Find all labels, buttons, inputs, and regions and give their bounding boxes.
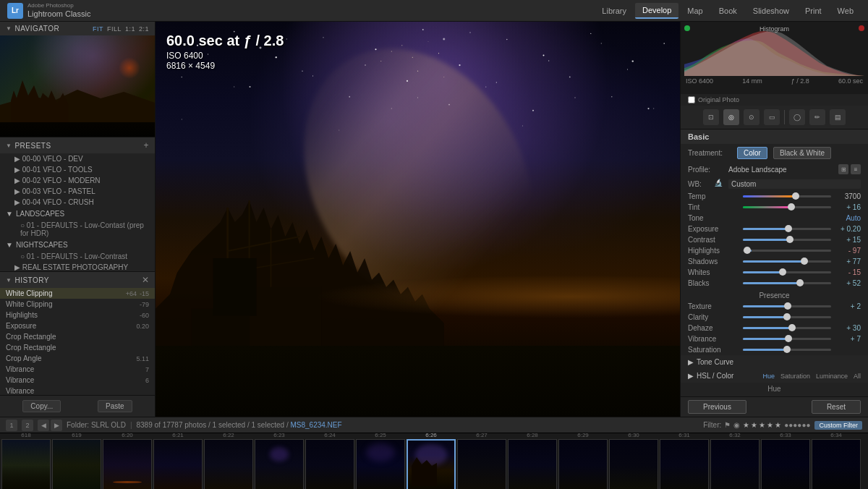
presets-item-0[interactable]: ▶ 00-00 VFLO - DEV [0,153,155,164]
film-thumb-623[interactable] [255,439,304,489]
contrast-thumb[interactable] [786,236,793,243]
nav-print[interactable]: Print [798,4,829,18]
film-thumb-632[interactable] [710,439,760,489]
history-item-7[interactable]: Vibrance 7 [0,364,155,375]
saturation-thumb[interactable] [783,346,791,353]
film-thumb-622[interactable] [204,439,253,489]
presets-sub-landscapes-0[interactable]: ○ 01 - DEFAULTS - Low-Contast (prep for … [0,220,155,239]
navigator-header[interactable]: ▼ Navigator FIT FILL 1:1 2:1 [0,22,155,35]
profile-menu-icon[interactable]: ≡ [851,164,861,174]
dehaze-thumb[interactable] [788,324,796,331]
presets-item-1[interactable]: ▶ 00-01 VFLO - TOOLS [0,164,155,175]
clarity-slider[interactable] [743,316,831,318]
wb-eyedropper-icon[interactable]: 🔬 [714,179,724,189]
contrast-slider[interactable] [743,239,831,241]
presets-item-2[interactable]: ▶ 00-02 VFLO - MODERN [0,175,155,186]
page-1-btn[interactable]: 1 [6,420,17,431]
whites-thumb[interactable] [779,268,786,276]
highlights-slider[interactable] [743,250,831,252]
hsl-tab-saturation[interactable]: Saturation [780,373,810,380]
zoom-fill[interactable]: FILL [107,25,122,33]
tint-slider[interactable] [743,206,831,208]
film-thumb-633[interactable] [761,439,810,489]
wb-value[interactable]: Custom [728,179,861,189]
tool-graduated[interactable]: ▭ [764,109,780,125]
history-item-6[interactable]: Crop Angle 5.11 [0,353,155,364]
vibrance-thumb[interactable] [785,335,792,342]
presets-header[interactable]: ▼ Presets + [0,137,155,153]
treatment-bw-btn[interactable]: Black & White [773,147,831,159]
filename-link[interactable]: MS8_6234.NEF [290,421,341,429]
temp-thumb[interactable] [792,192,799,200]
zoom-2-1[interactable]: 2:1 [139,25,149,33]
whites-slider[interactable] [743,271,831,273]
film-thumb-629[interactable] [558,439,608,489]
tool-adjustment[interactable]: ✏ [809,109,825,125]
exposure-slider[interactable] [743,228,831,230]
nav-library[interactable]: Library [595,4,634,18]
shadows-slider[interactable] [743,260,831,263]
reset-button[interactable]: Reset [812,400,861,414]
history-item-9[interactable]: Vibrance [0,386,155,395]
tool-spot[interactable]: ◎ [723,109,739,125]
film-thumb-624[interactable] [305,439,354,489]
star-4[interactable]: ★ [767,421,773,429]
vibrance-slider[interactable] [743,338,831,340]
tool-radial[interactable]: ◯ [789,109,805,125]
zoom-fit[interactable]: FIT [93,25,103,33]
dehaze-slider[interactable] [743,327,831,329]
temp-slider[interactable] [743,195,831,197]
paste-button[interactable]: Paste [98,400,132,412]
tint-thumb[interactable] [788,203,795,211]
film-thumb-626[interactable] [407,439,456,489]
star-2[interactable]: ★ [751,421,757,429]
blacks-slider[interactable] [743,282,831,284]
film-thumb-618[interactable] [1,439,51,489]
hsl-section[interactable]: ▶ HSL / Color Hue Saturation Luminance A… [681,369,868,383]
nav-web[interactable]: Web [830,4,861,18]
film-thumb-631[interactable] [660,439,709,489]
history-item-0[interactable]: White Clipping +64 -15 [0,288,155,299]
film-thumb-625[interactable] [356,439,405,489]
presets-group-landscapes[interactable]: ▼ LANDSCAPES [0,208,155,220]
profile-value[interactable]: Adobe Landscape [728,166,834,174]
previous-button[interactable]: Previous [688,400,746,414]
film-thumb-621[interactable] [153,439,203,489]
highlights-thumb[interactable] [744,247,751,254]
prev-arrow-btn[interactable]: ◀ [38,420,49,431]
star-5[interactable]: ★ [775,421,781,429]
saturation-slider[interactable] [743,349,831,351]
clarity-thumb[interactable] [783,313,791,320]
texture-slider[interactable] [743,305,831,307]
hsl-tab-hue[interactable]: Hue [762,373,775,380]
history-item-5[interactable]: Crop Rectangle [0,342,155,353]
nav-book[interactable]: Book [712,4,744,18]
profile-grid-icon[interactable]: ⊞ [838,164,848,174]
history-close-btn[interactable]: ✕ [142,275,150,285]
film-thumb-628[interactable] [508,439,557,489]
star-1[interactable]: ★ [743,421,749,429]
navigator-preview[interactable] [0,35,155,137]
film-thumb-627[interactable] [457,439,506,489]
tool-range-mask[interactable]: ▤ [830,109,846,125]
treatment-color-btn[interactable]: Color [737,147,767,159]
history-item-3[interactable]: Exposure 0.20 [0,320,155,331]
nav-slideshow[interactable]: Slideshow [746,4,796,18]
next-arrow-btn[interactable]: ▶ [51,420,62,431]
presets-add-btn[interactable]: + [143,140,149,150]
film-thumb-634[interactable] [812,439,861,489]
tool-redeye[interactable]: ⊙ [744,109,760,125]
film-thumb-620[interactable] [103,439,152,489]
star-3[interactable]: ★ [759,421,765,429]
film-thumb-630[interactable] [609,439,658,489]
custom-filter-btn[interactable]: Custom Filter [814,421,862,430]
history-item-4[interactable]: Crop Rectangle [0,331,155,342]
copy-button[interactable]: Copy... [22,400,61,412]
original-photo-checkbox[interactable] [688,96,695,103]
exposure-thumb[interactable] [785,225,792,232]
presets-item-3[interactable]: ▶ 00-03 VFLO - PASTEL [0,186,155,197]
presets-sub-nightscapes-0[interactable]: ○ 01 - DEFAULTS - Low-Contrast [0,251,155,262]
history-item-8[interactable]: Vibrance 6 [0,375,155,386]
blacks-thumb[interactable] [796,279,804,286]
texture-thumb[interactable] [784,302,791,310]
